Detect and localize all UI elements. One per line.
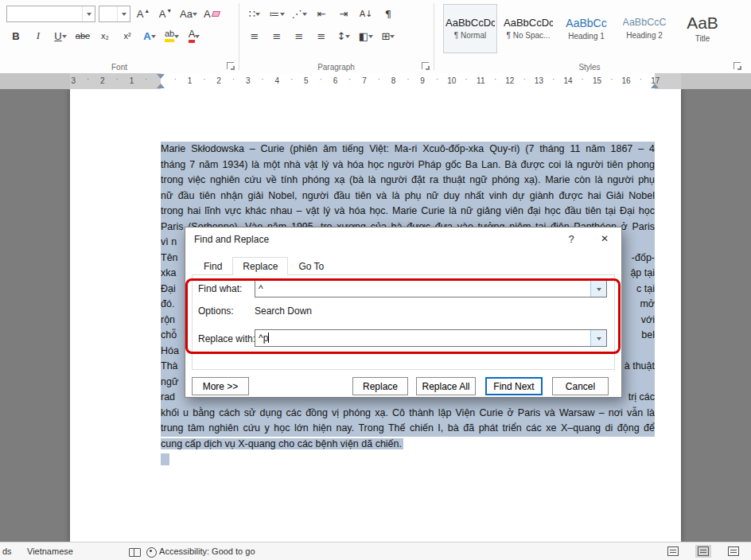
font-group-label: Font bbox=[0, 63, 239, 72]
find-what-label: Find what: bbox=[198, 283, 242, 294]
cancel-button[interactable]: Cancel bbox=[552, 377, 609, 395]
decrease-indent-icon: ⇤ bbox=[317, 8, 326, 20]
proofing-icon[interactable] bbox=[129, 542, 141, 560]
font-dialog-launcher-icon[interactable] bbox=[227, 62, 234, 69]
ruler-tick: · bbox=[145, 75, 147, 84]
bullets-button[interactable]: ∷ bbox=[245, 5, 264, 22]
superscript-button[interactable]: x² bbox=[118, 27, 137, 45]
ruler-tick: 14 bbox=[563, 76, 572, 87]
multilevel-list-button[interactable]: ⋰ bbox=[290, 5, 309, 22]
show-marks-button[interactable]: ¶ bbox=[379, 5, 398, 22]
clear-formatting-button[interactable]: A bbox=[202, 5, 221, 22]
subscript-button[interactable]: x₂ bbox=[95, 27, 115, 45]
ruler-tick: 1 bbox=[130, 76, 134, 87]
ruler-tick: · bbox=[319, 75, 321, 84]
ruler-tick: 9 bbox=[420, 76, 425, 87]
dialog-tabs: Find Replace Go To bbox=[193, 257, 334, 275]
underline-button[interactable]: U bbox=[51, 27, 70, 45]
more-button[interactable]: More >> bbox=[192, 377, 249, 395]
style-title[interactable]: AaB Title bbox=[675, 4, 730, 53]
sort-icon: A↓ bbox=[360, 9, 373, 19]
style-normal[interactable]: AaBbCcDc ¶ Normal bbox=[443, 4, 497, 53]
style-preview: AaB bbox=[687, 14, 718, 31]
increase-indent-button[interactable]: ⇥ bbox=[334, 5, 353, 22]
close-icon[interactable]: ✕ bbox=[590, 228, 619, 251]
language-status[interactable]: Vietnamese bbox=[27, 542, 73, 560]
word-window: A▲ A▼ Aa A B I U abe x₂ x² A ab A Font bbox=[0, 0, 751, 560]
shading-button[interactable]: ◧ bbox=[356, 27, 376, 45]
tab-find[interactable]: Find bbox=[193, 257, 232, 275]
align-justify-button[interactable]: ≡ bbox=[312, 27, 331, 45]
replace-with-dropdown-icon[interactable] bbox=[590, 330, 606, 346]
align-justify-icon: ≡ bbox=[317, 30, 326, 42]
strikethrough-button[interactable]: abe bbox=[73, 27, 92, 45]
replace-button[interactable]: Replace bbox=[352, 377, 408, 395]
style-no-spacing[interactable]: AaBbCcDc ¶ No Spac... bbox=[501, 4, 555, 53]
change-case-icon: Aa bbox=[180, 8, 193, 20]
grow-arrow-icon: ▲ bbox=[144, 8, 150, 14]
style-label: Heading 1 bbox=[568, 32, 605, 41]
style-heading-1[interactable]: AaBbCc Heading 1 bbox=[559, 4, 613, 53]
change-case-button[interactable]: Aa bbox=[178, 5, 199, 22]
font-size-dropdown-icon[interactable] bbox=[117, 6, 130, 21]
ruler-tick: 7 bbox=[362, 76, 367, 87]
italic-button[interactable]: I bbox=[29, 27, 48, 45]
ruler-tick: · bbox=[290, 75, 293, 84]
find-what-dropdown-icon[interactable] bbox=[590, 281, 606, 297]
styles-dialog-launcher-icon[interactable] bbox=[733, 62, 741, 69]
ruler[interactable]: 3211234567891011121314151617············… bbox=[0, 73, 751, 89]
align-left-button[interactable]: ≡ bbox=[245, 27, 264, 45]
word-count-fragment[interactable]: ds bbox=[2, 542, 12, 560]
print-layout-icon bbox=[698, 546, 709, 556]
web-layout-button[interactable] bbox=[726, 545, 741, 558]
numbering-icon: ≔ bbox=[270, 8, 280, 20]
hanging-indent-marker[interactable] bbox=[157, 80, 165, 88]
align-right-button[interactable]: ≡ bbox=[290, 27, 309, 45]
font-name-dropdown-icon[interactable] bbox=[82, 6, 95, 21]
replace-with-input[interactable]: ^p bbox=[255, 329, 607, 347]
status-bar: ds Vietnamese Accessibility: Good to go bbox=[0, 542, 751, 560]
help-icon[interactable]: ? bbox=[558, 228, 585, 251]
style-heading-2[interactable]: AaBbCcC Heading 2 bbox=[617, 4, 671, 53]
text-line: cung cấp dịch vụ X-quang cho các bệnh vi… bbox=[161, 437, 655, 453]
paragraph-dialog-launcher-icon[interactable] bbox=[422, 62, 429, 69]
replace-all-button[interactable]: Replace All bbox=[416, 377, 476, 395]
sort-button[interactable]: A↓ bbox=[356, 5, 376, 22]
style-preview: AaBbCcDc bbox=[504, 18, 553, 28]
style-preview: AaBbCc bbox=[566, 18, 606, 29]
ruler-tick: 1 bbox=[188, 76, 193, 87]
highlight-pen-icon: ab bbox=[165, 29, 174, 42]
line-spacing-button[interactable]: ↕ bbox=[334, 27, 353, 45]
tab-go-to[interactable]: Go To bbox=[288, 257, 334, 275]
font-name-combobox[interactable] bbox=[6, 6, 95, 22]
ruler-tick: · bbox=[610, 75, 613, 84]
text-effects-button[interactable]: A bbox=[140, 27, 159, 45]
text-line: trong hai lĩnh vực khác nhau – vật lý và… bbox=[161, 204, 655, 220]
numbering-button[interactable]: ≔ bbox=[267, 5, 286, 22]
clear-formatting-icon: A bbox=[204, 8, 211, 20]
highlight-color-button[interactable]: ab bbox=[162, 27, 181, 45]
shrink-font-button[interactable]: A▼ bbox=[156, 5, 175, 22]
ruler-tick: · bbox=[552, 75, 554, 84]
align-right-icon: ≡ bbox=[295, 30, 304, 42]
ruler-tick: · bbox=[87, 75, 89, 84]
read-mode-icon bbox=[667, 546, 679, 556]
decrease-indent-button[interactable]: ⇤ bbox=[312, 5, 331, 22]
find-next-button[interactable]: Find Next bbox=[485, 377, 543, 395]
align-center-button[interactable]: ≡ bbox=[267, 27, 286, 45]
accessibility-text: Accessibility: Good to go bbox=[159, 546, 255, 556]
bold-button[interactable]: B bbox=[6, 27, 25, 45]
print-layout-button[interactable] bbox=[695, 545, 711, 558]
find-what-input[interactable]: ^ bbox=[255, 280, 607, 298]
tab-replace[interactable]: Replace bbox=[232, 257, 288, 275]
borders-button[interactable]: ⊞ bbox=[379, 27, 398, 45]
ruler-tick: 5 bbox=[304, 76, 309, 87]
font-size-combobox[interactable] bbox=[99, 6, 130, 22]
font-color-button[interactable]: A bbox=[185, 27, 204, 45]
accessibility-status[interactable]: Accessibility: Good to go bbox=[146, 542, 255, 560]
bullets-icon: ∷ bbox=[249, 8, 255, 20]
grow-font-button[interactable]: A▲ bbox=[134, 5, 153, 22]
read-mode-button[interactable] bbox=[665, 545, 681, 558]
right-indent-marker[interactable] bbox=[651, 80, 659, 88]
ribbon-group-paragraph: ∷ ≔ ⋰ ⇤ ⇥ A↓ ¶ ≡ ≡ ≡ ≡ ↕ ◧ ⊞ Paragraph bbox=[239, 0, 434, 73]
